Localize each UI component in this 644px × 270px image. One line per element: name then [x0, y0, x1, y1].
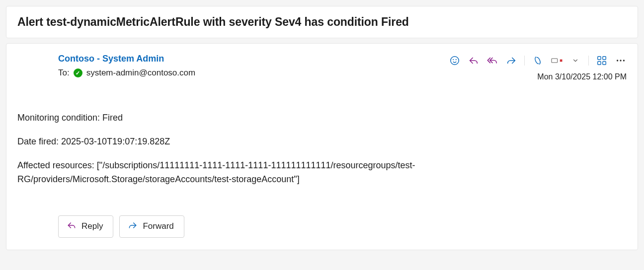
- timestamp: Mon 3/10/2025 12:00 PM: [537, 72, 627, 81]
- apps-icon[interactable]: [596, 55, 608, 67]
- recipient-row: To: system-admin@contoso.com: [58, 68, 195, 78]
- sender-block: Contoso - System Admin To: system-admin@…: [17, 54, 195, 78]
- body-line-affected: Affected resources: ["/subscriptions/111…: [17, 159, 627, 187]
- svg-point-9: [617, 60, 618, 61]
- svg-rect-5: [598, 57, 601, 60]
- svg-rect-6: [603, 57, 606, 60]
- actions-block: Mon 3/10/2025 12:00 PM: [449, 54, 627, 81]
- sender-name[interactable]: Contoso - System Admin: [58, 54, 195, 64]
- forward-icon[interactable]: [505, 55, 517, 67]
- svg-rect-4: [560, 60, 563, 62]
- email-subject: Alert test-dynamicMetricAlertRule with s…: [17, 15, 627, 29]
- reply-icon[interactable]: [468, 55, 480, 67]
- svg-rect-8: [603, 62, 606, 65]
- presence-available-icon: [74, 68, 82, 77]
- toolbar: [449, 55, 627, 67]
- recipient-address[interactable]: system-admin@contoso.com: [86, 68, 195, 78]
- message-pane: Contoso - System Admin To: system-admin@…: [6, 43, 638, 250]
- svg-point-0: [451, 57, 459, 65]
- action-buttons: Reply Forward: [17, 215, 627, 238]
- svg-rect-7: [598, 62, 601, 65]
- read-toggle-icon[interactable]: [551, 55, 563, 67]
- toolbar-separator: [524, 56, 525, 66]
- svg-point-1: [453, 60, 454, 60]
- copilot-icon[interactable]: [532, 55, 544, 67]
- react-icon[interactable]: [449, 55, 461, 67]
- reply-label: Reply: [81, 221, 103, 231]
- message-header: Contoso - System Admin To: system-admin@…: [17, 54, 627, 81]
- subject-bar: Alert test-dynamicMetricAlertRule with s…: [6, 6, 638, 38]
- body-line-condition: Monitoring condition: Fired: [17, 111, 627, 125]
- svg-point-11: [623, 60, 625, 61]
- svg-point-10: [620, 60, 621, 61]
- forward-button[interactable]: Forward: [119, 215, 184, 238]
- reply-arrow-icon: [67, 220, 77, 233]
- svg-point-2: [456, 60, 456, 60]
- reply-button[interactable]: Reply: [58, 215, 113, 238]
- reply-all-icon[interactable]: [486, 55, 498, 67]
- forward-arrow-icon: [128, 220, 138, 233]
- svg-rect-3: [552, 59, 558, 63]
- toolbar-separator: [588, 56, 589, 66]
- message-body: Monitoring condition: Fired Date fired: …: [17, 111, 627, 187]
- more-icon[interactable]: [615, 55, 627, 67]
- body-line-date-fired: Date fired: 2025-03-10T19:07:19.828Z: [17, 135, 627, 149]
- forward-label: Forward: [143, 221, 173, 231]
- to-label: To:: [58, 68, 70, 78]
- chevron-down-icon[interactable]: [569, 55, 581, 67]
